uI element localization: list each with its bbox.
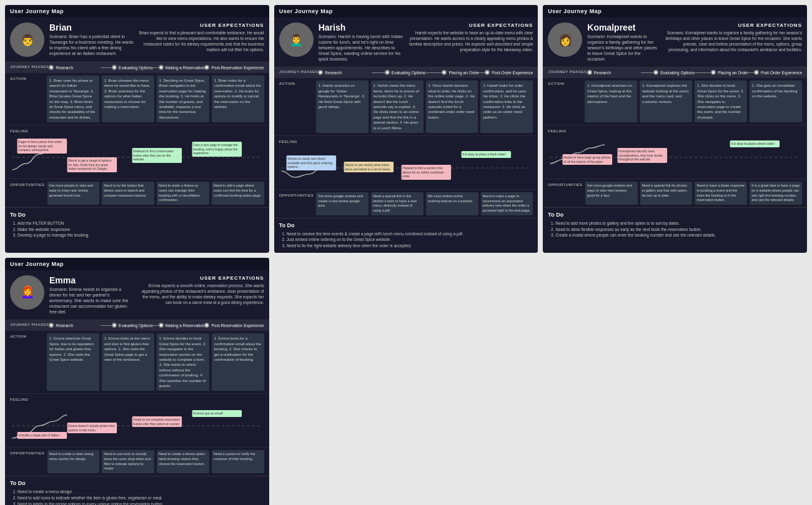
action-col-0: 1. Komalpreet searches on Great Spice, l… (585, 81, 637, 122)
phase-dot (112, 323, 117, 328)
action-section: ACTION1. Emma searches Great Spice, due … (5, 330, 269, 393)
feeling-note-3: It is easy to place a fresh order! (461, 151, 511, 158)
phase-dot (204, 65, 209, 70)
feeling-graph: Needs to have large group photos of all … (548, 135, 802, 176)
phase-dot (711, 70, 716, 75)
action-label: ACTION (10, 76, 44, 122)
action-col-1: 1. Harish views the menu items, items he… (371, 81, 423, 133)
expectations-heading: USER EXPECTATIONS (139, 275, 264, 281)
todo-item: Need to add icons to indicate whether th… (17, 495, 264, 501)
person-name: Harish (319, 22, 404, 32)
phase-name: Placing an Order (448, 71, 479, 75)
action-section: ACTION1. Harish searches on google for '… (274, 77, 538, 135)
title-brian: User Journey Map (5, 5, 269, 17)
phase-name: Post-Order Experience (761, 71, 802, 75)
phase-item-0: Research (318, 70, 372, 75)
person-description: Scenario: Komalpreet wants to organize a… (587, 34, 658, 62)
action-columns: 1. Harish searches on google for 'Indian… (316, 81, 533, 133)
action-text: 1. She gets an immediate confirmation of… (752, 83, 800, 99)
person-name: Emma (49, 275, 134, 285)
opportunities-label: OPPORTUNITIES (10, 450, 45, 473)
feeling-note-2: Afraid to not complete reservation butto… (132, 416, 182, 427)
action-label: ACTION (10, 333, 44, 391)
action-col-2: 1. Emma decides to book Great Spice for … (157, 333, 209, 391)
action-text: 1. Emma decides to book Great Spice for … (159, 336, 207, 388)
opportunity-col-2: Need to make a iframe so users can manag… (157, 182, 209, 205)
action-text: 1. Harish looks for order confirmation, … (483, 83, 530, 120)
opportunity-text: Need a special link for photos to galler… (642, 184, 691, 198)
person-name: Komalpreet (587, 22, 658, 32)
todo-section-komalpreet: To DoNeed to add more photos to gallery … (543, 207, 807, 242)
card-harish: User Journey Map👨‍🦱HarishScenario: Haris… (274, 5, 538, 253)
action-col-1: 1. Komalpreet explores the website looki… (640, 81, 692, 122)
opportunity-text: Get more people to view and reply to eve… (49, 184, 98, 198)
phase-item-0: Research (49, 65, 101, 70)
feeling-note-2: Pleased to find a section that allows fo… (401, 165, 451, 180)
expectations-text: Brian expects to find a pleasant and com… (139, 30, 264, 52)
action-text: 1. Once Harish decision what to order, h… (428, 83, 476, 120)
action-col-2: 1. Once Harish decision what to order, h… (426, 81, 478, 133)
phase-dot (49, 323, 54, 328)
todo-section-brian: To DoAdd the FILTER BUTTONMake the websi… (5, 207, 269, 242)
opportunity-columns: Get more google reviews and create a new… (316, 192, 533, 215)
title-harish: User Journey Map (274, 5, 538, 17)
feeling-label: FEELING (10, 396, 44, 401)
feeling-note-0: Needs to have large group photos of all … (563, 154, 613, 165)
card-emma: User Journey Map👩‍🦰EmmaScenario: Emma ne… (5, 258, 269, 505)
opportunity-text: Need to have a faster response to bookin… (696, 184, 745, 203)
phase-item-3: Post-Reservation Experience (204, 323, 264, 328)
action-col-3: 1. Emma looks for a confirmation email a… (212, 333, 264, 391)
feeling-note-0: Includes a large part of Italian (17, 432, 67, 439)
phase-item-2: Placing an Order (695, 70, 748, 75)
action-text: 1. Emma looks at the menu and tries to f… (104, 336, 152, 362)
opportunities-label: OPPORTUNITIES (279, 192, 314, 215)
opportunity-col-0: Need to create a clear strong menu secti… (47, 450, 100, 473)
todo-item: Create a modal where people can enter th… (555, 232, 802, 238)
opportunity-text: Need to create a clear strong menu secti… (49, 452, 98, 461)
phase-name: Making a Reservation (166, 66, 205, 70)
feeling-note-1: Wants to get a range of options for Ital… (67, 157, 117, 172)
avatar: 👩 (548, 22, 582, 57)
opportunities-label: OPPORTUNITIES (548, 182, 583, 205)
action-text: 1. Emma looks for a confirmation email a… (214, 336, 262, 362)
action-col-2: 1. Deciding on Great Spice, Brian naviga… (157, 76, 209, 122)
feeling-section: FEELINGWishes to easily see what's avail… (274, 135, 538, 189)
action-text: 1. Brian looks for a confirmation email … (214, 78, 262, 109)
phase-dot (159, 65, 164, 70)
opportunity-col-1: Need to try the button that allows users… (102, 182, 154, 205)
phase-dot (385, 70, 390, 75)
feeling-note-1: Komalpreet naturally sees considerations… (618, 148, 668, 163)
expectations-text: Harish expects the website to have an up… (408, 30, 533, 52)
phase-item-2: Making a Reservation (152, 65, 204, 70)
feeling-section: FEELINGNeeds to have large group photos … (543, 125, 807, 179)
phase-dot (49, 65, 54, 70)
opportunity-col-2: We must embed online ordering feature on… (426, 192, 478, 215)
feeling-graph: Eager to find a place that works for his… (10, 135, 264, 176)
opportunity-col-2: Need to create a theme option label show… (157, 450, 209, 473)
action-text: 1. Komalpreet searches on Great Spice, l… (587, 83, 635, 104)
opportunity-text: Need to make a iframe so users can manag… (159, 184, 207, 203)
user-expectations: USER EXPECTATIONSBrian expects to find a… (139, 22, 264, 52)
action-col-3: 1. Harish looks for order confirmation, … (480, 81, 533, 133)
phase-item-2: Placing an Order (425, 70, 479, 75)
feeling-section: FEELINGIncludes a large part of ItalianE… (5, 393, 269, 447)
todo-item: Need to add more photos to gallery and t… (555, 220, 802, 227)
todo-item: Need to labels in the recipe options to … (17, 501, 264, 505)
journey-phases-label: JOURNEY PHASES (279, 70, 318, 75)
todo-list: Need to create a menu design.Need to add… (10, 489, 264, 505)
opportunity-col-1: Need a special link in the kitchen's too… (371, 192, 423, 215)
phase-line (152, 325, 158, 326)
expectations-heading: USER EXPECTATIONS (139, 22, 264, 28)
action-columns: 1. Emma searches Great Spice, due to its… (47, 333, 264, 391)
phase-name: Research (56, 323, 73, 328)
opportunity-col-1: Need to use tools to visually show the u… (102, 450, 154, 473)
phase-line (748, 72, 754, 73)
todo-list: Need to resolve the time events & create… (279, 231, 533, 249)
phase-line (479, 72, 485, 73)
todo-item: Add the FILTER BUTTON (17, 220, 264, 227)
phase-item-0: Research (49, 323, 101, 328)
phase-dot (318, 70, 323, 75)
feeling-label: FEELING (279, 139, 314, 144)
phase-line (695, 72, 711, 73)
phase-dot (653, 70, 658, 75)
